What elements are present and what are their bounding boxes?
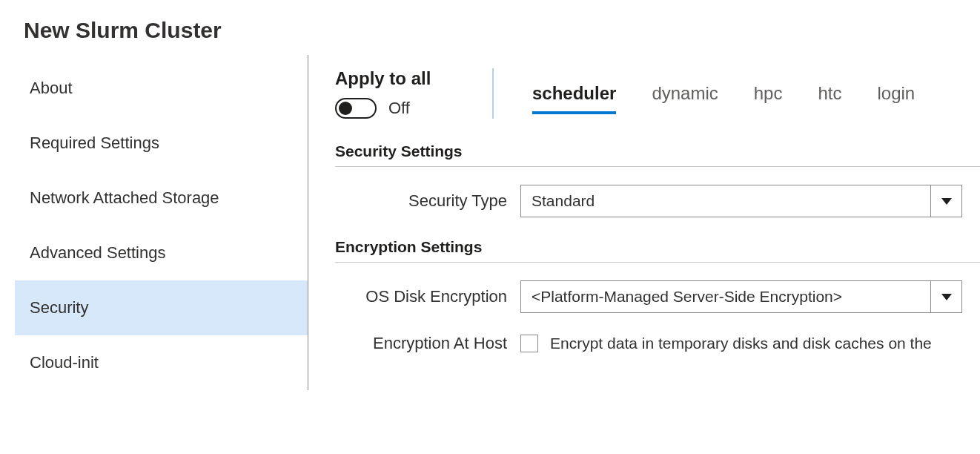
- sidebar-item-required-settings[interactable]: Required Settings: [15, 116, 308, 171]
- security-type-dropdown[interactable]: Standard: [520, 185, 962, 217]
- tab-login[interactable]: login: [877, 83, 915, 113]
- security-type-value: Standard: [521, 185, 930, 217]
- sidebar-item-advanced-settings[interactable]: Advanced Settings: [15, 226, 308, 280]
- toggle-knob-icon: [339, 102, 352, 115]
- page-title: New Slurm Cluster: [0, 0, 980, 55]
- encryption-at-host-checkbox[interactable]: [520, 335, 538, 352]
- sidebar-item-cloud-init[interactable]: Cloud-init: [15, 335, 308, 390]
- node-tabs: scheduler dynamic hpc htc login: [494, 68, 915, 113]
- os-disk-encryption-label: OS Disk Encryption: [335, 287, 520, 306]
- main-panel: Apply to all Off scheduler dynamic hpc h…: [308, 55, 980, 390]
- sidebar-item-network-attached-storage[interactable]: Network Attached Storage: [15, 171, 308, 226]
- apply-to-all-label: Apply to all: [335, 68, 466, 89]
- security-type-label: Security Type: [335, 191, 520, 211]
- tab-hpc[interactable]: hpc: [754, 83, 783, 113]
- sidebar: About Required Settings Network Attached…: [0, 55, 308, 390]
- tab-htc[interactable]: htc: [818, 83, 841, 113]
- encryption-at-host-label: Encryption At Host: [335, 334, 520, 353]
- chevron-down-icon: [941, 294, 952, 300]
- tab-scheduler[interactable]: scheduler: [532, 83, 616, 113]
- security-settings-heading: Security Settings: [335, 142, 980, 167]
- encryption-at-host-description: Encrypt data in temporary disks and disk…: [550, 335, 932, 352]
- apply-to-all-group: Apply to all Off: [335, 68, 494, 119]
- apply-to-all-state: Off: [388, 99, 410, 118]
- dropdown-caret-button[interactable]: [930, 281, 961, 312]
- apply-to-all-toggle[interactable]: [335, 98, 377, 119]
- encryption-settings-heading: Encryption Settings: [335, 238, 980, 263]
- os-disk-encryption-value: <Platform-Managed Server-Side Encryption…: [521, 281, 930, 312]
- sidebar-item-security[interactable]: Security: [15, 280, 308, 335]
- sidebar-item-about[interactable]: About: [15, 61, 308, 116]
- tab-dynamic[interactable]: dynamic: [652, 83, 718, 113]
- os-disk-encryption-dropdown[interactable]: <Platform-Managed Server-Side Encryption…: [520, 280, 962, 313]
- dropdown-caret-button[interactable]: [930, 185, 961, 217]
- chevron-down-icon: [941, 198, 952, 205]
